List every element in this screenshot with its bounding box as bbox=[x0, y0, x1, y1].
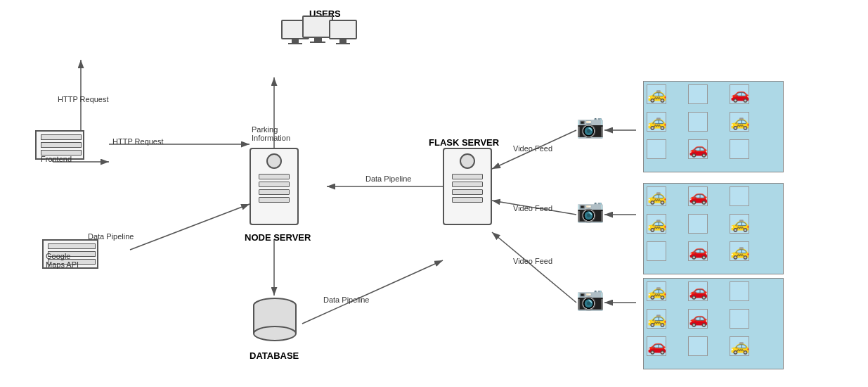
server-circle-node bbox=[266, 153, 282, 169]
spot-3-1: 🚕 bbox=[647, 281, 666, 301]
data-pipeline-1-label: Data Pipeline bbox=[365, 175, 411, 183]
video-feed-3-label: Video Feed bbox=[513, 257, 552, 265]
spot-2-2: 🚗 bbox=[688, 186, 708, 206]
parking-lot-1: 🚕 🚗 🚕 🚕 🚗 bbox=[643, 81, 784, 172]
spot-3-6 bbox=[730, 309, 749, 329]
user-monitor-3 bbox=[329, 20, 357, 44]
spot-1-8: 🚗 bbox=[688, 139, 708, 159]
node-server-label: NODE SERVER bbox=[245, 232, 311, 243]
database-label: DATABASE bbox=[250, 350, 299, 361]
spot-3-4: 🚕 bbox=[647, 309, 666, 329]
spot-1-2 bbox=[688, 84, 708, 104]
spot-2-8: 🚗 bbox=[688, 241, 708, 261]
spot-2-6: 🚕 bbox=[730, 214, 749, 234]
camera-3-icon: 📷 bbox=[576, 285, 604, 312]
spot-1-3: 🚗 bbox=[730, 84, 749, 104]
spot-2-1: 🚕 bbox=[647, 186, 666, 206]
database-box bbox=[250, 296, 300, 346]
spot-2-9: 🚕 bbox=[730, 241, 749, 261]
parking-info-label: ParkingInformation bbox=[252, 125, 290, 142]
server-circle-flask bbox=[460, 153, 475, 169]
http-request-2-label: HTTP Request bbox=[112, 137, 164, 146]
parking-lot-3: 🚕 🚗 🚕 🚗 🚗 🚕 bbox=[643, 278, 784, 369]
spot-1-4: 🚕 bbox=[647, 112, 666, 132]
spot-1-7 bbox=[647, 139, 666, 159]
spot-2-4: 🚕 bbox=[647, 214, 666, 234]
architecture-diagram: USERS Frontend HTTP Request HTTP Request… bbox=[0, 0, 868, 387]
spot-3-3 bbox=[730, 281, 749, 301]
server-slots-flask bbox=[452, 174, 483, 203]
spot-2-7 bbox=[647, 241, 666, 261]
spot-1-5 bbox=[688, 112, 708, 132]
svg-line-8 bbox=[130, 204, 250, 250]
node-server-box bbox=[250, 148, 299, 225]
svg-line-7 bbox=[302, 260, 443, 324]
flask-server-box bbox=[443, 148, 492, 225]
spot-3-2: 🚗 bbox=[688, 281, 708, 301]
camera-2-icon: 📷 bbox=[576, 197, 604, 224]
spot-1-6: 🚕 bbox=[730, 112, 749, 132]
spot-1-9 bbox=[730, 139, 749, 159]
camera-1-icon: 📷 bbox=[576, 113, 604, 139]
spot-3-5: 🚗 bbox=[688, 309, 708, 329]
frontend-label: Frontend bbox=[41, 155, 72, 163]
video-feed-2-label: Video Feed bbox=[513, 204, 552, 212]
spot-3-7: 🚗 bbox=[647, 336, 666, 356]
spot-1-1: 🚕 bbox=[647, 84, 666, 104]
data-pipeline-2-label: Data Pipeline bbox=[323, 296, 369, 304]
http-request-1-label: HTTP Request bbox=[58, 95, 109, 103]
data-pipeline-3-label: Data Pipeline bbox=[88, 232, 134, 241]
spot-2-5 bbox=[688, 214, 708, 234]
server-slots-node bbox=[259, 174, 290, 203]
svg-line-13 bbox=[492, 232, 576, 303]
spot-3-8 bbox=[688, 336, 708, 356]
google-maps-label: GoogleMaps API bbox=[46, 252, 79, 269]
svg-point-21 bbox=[254, 326, 296, 341]
spot-2-3 bbox=[730, 186, 749, 206]
flask-server-label: FLASK SERVER bbox=[429, 137, 499, 148]
parking-lot-2: 🚕 🚗 🚕 🚕 🚗 🚕 bbox=[643, 183, 784, 274]
spot-3-9: 🚕 bbox=[730, 336, 749, 356]
video-feed-1-label: Video Feed bbox=[513, 144, 552, 153]
